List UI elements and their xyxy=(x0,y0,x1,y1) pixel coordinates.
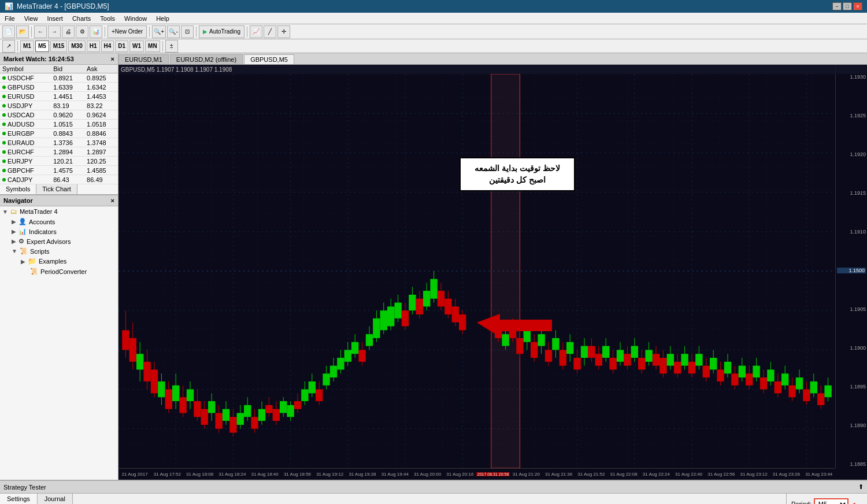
period-h1-button[interactable]: H1 xyxy=(87,40,100,52)
bid-price: 1.2894 xyxy=(51,147,84,157)
market-watch-row[interactable]: USDCAD 0.9620 0.9624 xyxy=(0,110,118,120)
svg-rect-137 xyxy=(552,338,559,350)
line-button[interactable]: ╱ xyxy=(264,25,276,38)
menu-view[interactable]: View xyxy=(20,14,43,23)
market-watch-row[interactable]: GBPCHF 1.4575 1.4585 xyxy=(0,166,118,175)
nav-label-examples: Examples xyxy=(39,258,66,265)
market-watch-row[interactable]: AUDUSD 1.0515 1.0518 xyxy=(0,120,118,129)
svg-rect-189 xyxy=(739,366,746,377)
strategy-tester-sidebar: Period: M5 ◀ Spread: Optimization Expert… xyxy=(786,494,867,504)
main-layout: Market Watch: 16:24:53 × Symbol Bid Ask … xyxy=(0,53,867,480)
market-watch-close-icon[interactable]: × xyxy=(111,55,114,62)
history-center-button[interactable]: 📊 xyxy=(90,25,102,38)
period-mn-button[interactable]: MN xyxy=(145,40,160,52)
open-button[interactable]: 📂 xyxy=(16,25,29,38)
status-dot xyxy=(2,141,6,144)
zoom-out-button[interactable]: 🔍- xyxy=(167,25,180,38)
chart-tab-gbpusd-m5[interactable]: GBPUSD,M5 xyxy=(244,54,294,64)
st-tab-settings[interactable]: Settings xyxy=(0,494,38,504)
fit-button[interactable]: ⊡ xyxy=(181,25,194,38)
col-bid: Bid xyxy=(51,65,84,73)
new-order-button[interactable]: + New Order xyxy=(108,25,147,38)
period-separator xyxy=(17,41,18,51)
back-button[interactable]: ← xyxy=(34,25,47,38)
st-tab-journal[interactable]: Journal xyxy=(38,494,73,504)
forward-button[interactable]: → xyxy=(48,25,61,38)
close-button[interactable]: × xyxy=(853,2,862,10)
svg-rect-161 xyxy=(638,358,645,369)
chart-tab-eurusd-m1[interactable]: EURUSD,M1 xyxy=(118,54,169,64)
chart-container[interactable]: GBPUSD,M5 1.1907 1.1908 1.1907 1.1908 xyxy=(118,65,867,480)
minimize-button[interactable]: − xyxy=(832,2,842,10)
toolbar-separator-1 xyxy=(31,27,32,37)
menu-charts[interactable]: Charts xyxy=(68,14,95,23)
nav-item-indicators[interactable]: ▶ 📊 Indicators xyxy=(0,227,118,236)
bid-price: 86.43 xyxy=(51,175,84,184)
crosshair-button[interactable]: ✛ xyxy=(277,25,290,38)
period-w1-button[interactable]: W1 xyxy=(129,40,144,52)
period-m15-button[interactable]: M15 xyxy=(50,40,67,52)
tab-symbols[interactable]: Symbols xyxy=(0,184,36,194)
market-watch-row[interactable]: EURAUD 1.3736 1.3748 xyxy=(0,138,118,147)
time-label-19: 31 Aug 22:56 xyxy=(705,472,738,477)
period-arrow-icon[interactable]: ◀ xyxy=(851,501,855,505)
nav-item-expert-advisors[interactable]: ▶ ⚙ Expert Advisors xyxy=(0,236,118,246)
svg-rect-139 xyxy=(560,350,566,365)
tab-tick-chart[interactable]: Tick Chart xyxy=(36,184,77,194)
person-icon: 👤 xyxy=(18,218,27,225)
svg-rect-153 xyxy=(609,358,616,369)
market-watch-row[interactable]: GBPUSD 1.6339 1.6342 xyxy=(0,83,118,92)
menu-file[interactable]: File xyxy=(0,14,20,23)
period-select[interactable]: M5 xyxy=(814,498,849,504)
period-label: Period: xyxy=(791,501,812,504)
menu-insert[interactable]: Insert xyxy=(42,14,68,23)
maximize-button[interactable]: □ xyxy=(843,2,852,10)
new-file-button[interactable]: 📄 xyxy=(2,25,15,38)
autotrading-button[interactable]: ▶ AutoTrading xyxy=(199,25,244,38)
scripts-icon: 📜 xyxy=(20,247,28,255)
period-m30-button[interactable]: M30 xyxy=(68,40,85,52)
market-watch-row[interactable]: USDCHF 0.8921 0.8925 xyxy=(0,73,118,83)
price-label-10: 1.1890 xyxy=(837,423,866,428)
period-m1-button[interactable]: M1 xyxy=(20,40,34,52)
navigator-header: Navigator × xyxy=(0,195,118,206)
zoom-in-button[interactable]: 🔍+ xyxy=(152,25,166,38)
market-watch-row[interactable]: EURUSD 1.4451 1.4453 xyxy=(0,92,118,101)
market-watch-row[interactable]: EURGBP 0.8843 0.8846 xyxy=(0,129,118,138)
indicator-list-button[interactable]: ± xyxy=(165,40,178,53)
navigator-close-icon[interactable]: × xyxy=(111,197,114,204)
svg-rect-209 xyxy=(810,381,817,393)
ask-price: 120.25 xyxy=(84,157,118,166)
svg-rect-107 xyxy=(416,299,423,314)
properties-button[interactable]: ⚙ xyxy=(76,25,88,38)
time-label-12: 2017.08.31 20:58 xyxy=(476,472,510,476)
svg-rect-95 xyxy=(373,318,380,338)
menu-tools[interactable]: Tools xyxy=(95,14,120,23)
chart-types-button[interactable]: 📈 xyxy=(250,25,262,38)
nav-item-periodconverter[interactable]: 📜 PeriodConverter xyxy=(0,266,118,276)
period-d1-button[interactable]: D1 xyxy=(115,40,128,52)
svg-rect-51 xyxy=(215,413,222,429)
market-watch-row[interactable]: EURJPY 120.21 120.25 xyxy=(0,157,118,166)
svg-rect-87 xyxy=(344,350,351,361)
nav-item-scripts[interactable]: ▼ 📜 Scripts xyxy=(0,246,118,256)
period-m5-button[interactable]: M5 xyxy=(35,40,49,52)
print-button[interactable]: 🖨 xyxy=(62,25,75,38)
svg-rect-151 xyxy=(602,346,609,358)
arrow-tool-button[interactable]: ↗ xyxy=(2,40,15,53)
ask-price: 1.4453 xyxy=(84,92,118,101)
nav-item-metatrader4[interactable]: ▼ 🗂 MetaTrader 4 xyxy=(0,206,118,217)
market-watch-row[interactable]: CADJPY 86.43 86.49 xyxy=(0,175,118,184)
svg-rect-181 xyxy=(710,358,717,369)
title-bar-controls: − □ × xyxy=(832,2,862,10)
nav-item-examples[interactable]: ▶ 📁 Examples xyxy=(0,256,118,266)
market-watch-row[interactable]: EURCHF 1.2894 1.2897 xyxy=(0,147,118,157)
strategy-tester-resize-icon[interactable]: ⬆ xyxy=(858,483,864,491)
market-watch-row[interactable]: USDJPY 83.19 83.22 xyxy=(0,101,118,110)
menu-help[interactable]: Help xyxy=(151,14,174,23)
period-h4-button[interactable]: H4 xyxy=(101,40,114,52)
nav-item-accounts[interactable]: ▶ 👤 Accounts xyxy=(0,217,118,227)
chart-tab-eurusd-m2[interactable]: EURUSD,M2 (offline) xyxy=(170,54,243,64)
symbol-name: EURGBP xyxy=(8,130,34,137)
menu-window[interactable]: Window xyxy=(120,14,151,23)
